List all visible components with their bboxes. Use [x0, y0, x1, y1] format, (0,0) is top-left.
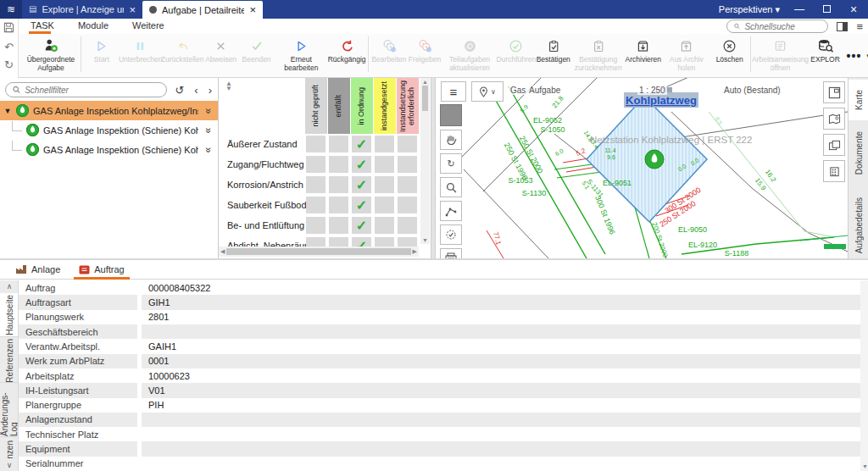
- field-value[interactable]: 2801: [142, 310, 861, 324]
- check-cell-3-1[interactable]: [329, 197, 348, 213]
- check-cell-3-0[interactable]: [306, 197, 326, 213]
- tab-explore[interactable]: ▤ Explore | Anzeige und Bearbeit... ×: [22, 0, 142, 19]
- ribbon-overflow-button[interactable]: •••: [847, 49, 862, 63]
- map-scale-label[interactable]: 1 : 250: [637, 86, 667, 95]
- check-cell-1-0[interactable]: [306, 156, 326, 173]
- map-book-icon[interactable]: [823, 108, 845, 130]
- check-cell-1-3[interactable]: [375, 156, 394, 173]
- tree-filter-input[interactable]: [25, 86, 159, 95]
- menu-task[interactable]: TASK: [19, 19, 66, 34]
- map-display-label[interactable]: Auto (Bestand): [722, 86, 782, 95]
- field-value[interactable]: [142, 441, 861, 456]
- zoom-icon[interactable]: [440, 177, 462, 197]
- expander-icon[interactable]: ▼: [3, 107, 12, 115]
- detail-tab-hauptseite[interactable]: Hauptseite: [0, 293, 19, 337]
- expand-all-icon[interactable]: »: [203, 105, 214, 117]
- check-cell-2-4[interactable]: [398, 176, 417, 193]
- map-pin-dropdown[interactable]: ∨: [471, 81, 504, 102]
- tree-item-2[interactable]: GAS Anlage Inspektion (Schiene) Kohlplat…: [0, 140, 218, 159]
- tree-item-1[interactable]: GAS Anlage Inspektion (Schiene) Kohlplat…: [0, 120, 218, 140]
- expand-all-icon[interactable]: »: [203, 125, 214, 136]
- check-cell-1-2[interactable]: ✓: [352, 156, 371, 173]
- check-cell-0-0[interactable]: [306, 136, 326, 152]
- map-canvas[interactable]: EL-9052S-10505.921.8250 St 2000250 St 19…: [436, 78, 848, 258]
- check-cell-0-1[interactable]: [329, 136, 348, 152]
- field-value[interactable]: GAIH1: [142, 339, 861, 353]
- maximize-button[interactable]: [819, 3, 834, 15]
- field-value[interactable]: [142, 324, 861, 339]
- field-value[interactable]: 0001: [142, 354, 861, 368]
- map-tab-aufgabedetails[interactable]: Aufgabedetails: [849, 186, 868, 264]
- map-mode-label[interactable]: Aufgabe: [527, 86, 562, 95]
- map-menu-button[interactable]: ≡: [441, 81, 466, 102]
- print-icon[interactable]: [440, 248, 462, 258]
- bestaetigen-button[interactable]: Bestätigen: [536, 34, 571, 77]
- check-cell-4-3[interactable]: [375, 217, 394, 234]
- menu-weitere[interactable]: Weitere: [120, 19, 176, 34]
- next-icon[interactable]: ›: [206, 84, 214, 97]
- close-window-button[interactable]: ×: [846, 3, 861, 16]
- save-button[interactable]: [3, 22, 14, 35]
- erneut-bearbeiten-button[interactable]: Erneut bearbeiten: [275, 34, 328, 77]
- check-cell-1-1[interactable]: [329, 156, 348, 173]
- uebergeordnete-aufgabe-button[interactable]: Übergeordnete Aufgabe: [24, 34, 78, 77]
- building-icon[interactable]: [823, 160, 845, 182]
- tab-anlage[interactable]: Anlage: [7, 260, 69, 280]
- field-value[interactable]: 000008405322: [142, 280, 861, 295]
- field-value[interactable]: V01: [142, 383, 861, 397]
- menu-module[interactable]: Module: [66, 19, 120, 34]
- tree-item-0[interactable]: ▼GAS Anlage Inspektion Kohlplatzweg/Insp…: [0, 101, 218, 120]
- map-tab-dokumente[interactable]: Dokumente: [849, 124, 868, 183]
- close-icon[interactable]: ×: [249, 3, 256, 16]
- rueckgaengig-button[interactable]: Rückgängig: [328, 34, 365, 77]
- check-cell-0-3[interactable]: [375, 136, 394, 152]
- detail-tab-referenzen[interactable]: Referenzen: [0, 339, 19, 383]
- checklist-hscrollbar[interactable]: ◀▶: [219, 247, 419, 257]
- minimize-button[interactable]: —: [792, 3, 807, 15]
- sort-toggle-icon[interactable]: ▲▼: [225, 81, 232, 92]
- check-cell-4-0[interactable]: [306, 217, 326, 234]
- prev-icon[interactable]: ‹: [192, 84, 200, 97]
- loeschen-button[interactable]: Löschen: [712, 34, 748, 77]
- form-scrollbar[interactable]: ▼: [860, 280, 868, 471]
- check-cell-4-2[interactable]: ✓: [352, 217, 371, 234]
- refresh-button[interactable]: ↻: [4, 59, 14, 70]
- check-cell-3-4[interactable]: [398, 197, 417, 213]
- archivieren-button[interactable]: Archivieren: [626, 34, 661, 77]
- check-cell-1-4[interactable]: [398, 156, 417, 173]
- tree-filter-box[interactable]: [5, 82, 167, 97]
- rotate-icon[interactable]: ↻: [440, 153, 462, 174]
- field-value[interactable]: GIH1: [142, 295, 861, 309]
- check-cell-4-4[interactable]: [398, 217, 417, 234]
- tab-aufgabe-detailreiter[interactable]: Aufgabe | Detailreiter ×: [142, 1, 263, 19]
- check-cell-3-2[interactable]: ✓: [352, 197, 371, 213]
- field-value[interactable]: PIH: [142, 398, 861, 413]
- tab-auftrag[interactable]: Auftrag: [70, 260, 132, 280]
- reset-filter-icon[interactable]: ↺: [172, 84, 186, 97]
- hamburger-menu-icon[interactable]: ≡: [856, 21, 863, 32]
- detail-tab-aenderungs-log[interactable]: Änderungs-Log: [0, 385, 19, 437]
- check-cell-0-4[interactable]: [398, 136, 417, 152]
- color-swatch-button[interactable]: [440, 104, 462, 126]
- panel-layout-icon[interactable]: [837, 22, 848, 31]
- check-cell-0-2[interactable]: ✓: [352, 136, 371, 152]
- explor-button[interactable]: EXPLOR: [808, 34, 843, 77]
- quick-search-input[interactable]: [744, 22, 821, 31]
- check-cell-4-1[interactable]: [329, 217, 348, 234]
- scroll-down-chevron[interactable]: ∨: [0, 459, 19, 471]
- close-icon[interactable]: ×: [129, 3, 136, 16]
- undo-button[interactable]: ↶: [4, 42, 14, 53]
- map-tab-karte[interactable]: Karte: [849, 80, 868, 120]
- check-cell-2-0[interactable]: [306, 176, 326, 193]
- check-cell-2-2[interactable]: ✓: [352, 176, 371, 193]
- field-value[interactable]: [142, 427, 861, 441]
- pan-hand-icon[interactable]: [440, 130, 462, 150]
- check-cell-3-3[interactable]: [375, 197, 394, 213]
- overview-window-icon[interactable]: [823, 81, 845, 103]
- field-value[interactable]: 10000623: [142, 368, 861, 383]
- field-value[interactable]: [142, 457, 861, 471]
- expand-all-icon[interactable]: »: [203, 144, 214, 156]
- field-value[interactable]: [142, 413, 861, 427]
- checklist-vscrollbar[interactable]: ▲▼: [420, 78, 430, 244]
- check-cell-2-1[interactable]: [329, 176, 348, 193]
